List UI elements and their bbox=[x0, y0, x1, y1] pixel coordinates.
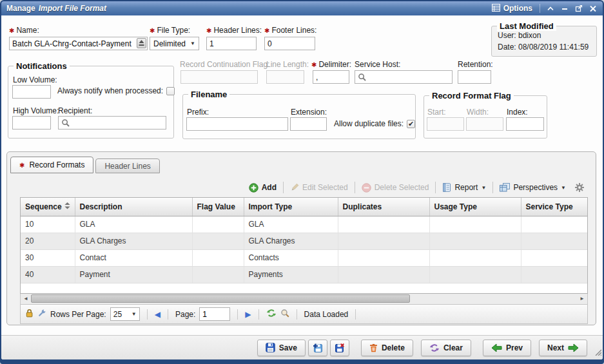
tab-record-formats[interactable]: ✱Record Formats bbox=[10, 157, 93, 173]
lock-icon[interactable] bbox=[25, 309, 34, 320]
column-header-usage-type[interactable]: Usage Type bbox=[429, 198, 521, 216]
table-row[interactable]: 20GLA ChargesGLA Charges bbox=[21, 233, 587, 249]
record-format-flag-legend: Record Format Flag bbox=[429, 91, 514, 101]
retention-label: Retention: bbox=[458, 60, 493, 69]
low-volume-label: Low Volume: bbox=[13, 75, 57, 84]
allow-duplicates-checkbox[interactable]: ✔ bbox=[407, 120, 415, 128]
grid-header-row: Sequence Description Flag Value Import T… bbox=[21, 198, 587, 216]
dropdown-arrow-icon: ▼ bbox=[481, 185, 486, 191]
options-button[interactable]: Options bbox=[489, 3, 535, 14]
always-notify-label: Always notify when processed: bbox=[57, 86, 163, 95]
column-header-duplicates[interactable]: Duplicates bbox=[338, 198, 429, 216]
tab-header-lines[interactable]: Header Lines bbox=[95, 158, 159, 173]
prefix-label: Prefix: bbox=[187, 108, 209, 117]
wrench-icon[interactable] bbox=[37, 309, 46, 320]
last-modified-fieldset: Last Modified User: bdixon Date: 08/08/2… bbox=[491, 26, 597, 57]
header-lines-label: ✱Header Lines: bbox=[206, 26, 262, 35]
file-type-select[interactable]: Delimited▼ bbox=[150, 37, 199, 50]
prefix-input[interactable] bbox=[186, 117, 288, 131]
delete-button[interactable]: Delete bbox=[361, 340, 413, 356]
delimiter-label: ✱Delimiter: bbox=[311, 60, 351, 69]
scroll-right-icon[interactable]: ► bbox=[578, 294, 587, 303]
collapse-icon[interactable] bbox=[545, 3, 556, 14]
last-modified-legend: Last Modified bbox=[497, 21, 556, 31]
options-list-icon bbox=[492, 4, 500, 14]
service-host-input[interactable] bbox=[355, 70, 453, 84]
last-modified-date: Date: 08/08/2019 11:41:59 bbox=[498, 43, 589, 52]
record-format-flag-fieldset: Record Format Flag Start: Width: Index: bbox=[424, 95, 547, 139]
tab-strip: ✱Record Formats Header Lines bbox=[10, 157, 160, 173]
maximize-icon[interactable] bbox=[573, 3, 585, 14]
always-notify-row: Always notify when processed: bbox=[57, 86, 175, 95]
column-header-sequence[interactable]: Sequence bbox=[21, 198, 75, 216]
edit-selected-button[interactable]: Edit Selected bbox=[290, 183, 348, 192]
line-length-input bbox=[266, 70, 304, 84]
dropdown-arrow-icon: ▼ bbox=[190, 41, 195, 46]
search-icon[interactable] bbox=[280, 309, 289, 320]
search-icon bbox=[61, 119, 70, 127]
report-icon bbox=[442, 183, 451, 192]
footer-lines-input[interactable] bbox=[264, 37, 315, 50]
close-icon[interactable] bbox=[587, 3, 599, 14]
name-input[interactable] bbox=[9, 37, 148, 50]
next-page-icon[interactable]: ▶ bbox=[245, 311, 251, 318]
perspectives-button[interactable]: Perspectives ▼ bbox=[500, 183, 566, 192]
column-header-import-type[interactable]: Import Type bbox=[244, 198, 338, 216]
table-row[interactable]: 30ContactContacts bbox=[21, 249, 587, 266]
table-row[interactable]: 40PaymentPayments bbox=[21, 266, 587, 283]
always-notify-checkbox[interactable] bbox=[166, 87, 175, 95]
pencil-icon bbox=[290, 183, 299, 192]
extension-label: Extension: bbox=[291, 108, 327, 117]
name-field-wrap bbox=[9, 37, 148, 50]
prev-button[interactable]: Prev bbox=[483, 340, 531, 356]
save-icon bbox=[266, 343, 275, 352]
column-header-description[interactable]: Description bbox=[75, 198, 192, 216]
minimize-icon[interactable] bbox=[559, 3, 570, 14]
grid-settings-button[interactable] bbox=[575, 183, 584, 192]
save-and-add-button[interactable] bbox=[308, 340, 327, 356]
scrollbar-thumb[interactable] bbox=[31, 294, 410, 303]
title-bar: ManageImport File Format Options bbox=[1, 1, 603, 15]
high-volume-input[interactable] bbox=[12, 116, 51, 129]
save-add-icon bbox=[313, 343, 322, 352]
rows-per-page-label: Rows Per Page: bbox=[50, 310, 106, 319]
prev-arrow-icon bbox=[491, 343, 502, 352]
header-lines-input[interactable] bbox=[206, 37, 257, 50]
add-icon bbox=[249, 183, 258, 193]
grid-toolbar: Add Edit Selected Delete Selected Report… bbox=[20, 179, 588, 196]
page-number-input[interactable] bbox=[199, 307, 230, 321]
record-formats-panel: ✱Record Formats Header Lines Add Edit Se… bbox=[6, 151, 596, 325]
column-header-service-type[interactable]: Service Type bbox=[521, 198, 587, 216]
index-input[interactable] bbox=[506, 117, 544, 131]
scroll-left-icon[interactable]: ◄ bbox=[21, 294, 30, 303]
delimiter-input[interactable] bbox=[313, 70, 349, 84]
table-row[interactable]: 10GLAGLA bbox=[21, 216, 587, 233]
save-and-close-button[interactable] bbox=[330, 340, 349, 356]
name-expand-trigger-icon[interactable] bbox=[137, 38, 146, 48]
recipient-field-wrap bbox=[58, 116, 166, 129]
clear-button[interactable]: Clear bbox=[421, 340, 471, 356]
previous-page-icon[interactable]: ◀ bbox=[155, 311, 161, 318]
report-button[interactable]: Report ▼ bbox=[442, 183, 486, 192]
width-input bbox=[466, 117, 503, 131]
dialog-body: ✱Name: ✱File Type: Delimited▼ ✱Header Li… bbox=[1, 15, 603, 359]
column-header-flag-value[interactable]: Flag Value bbox=[192, 198, 244, 216]
extension-input[interactable] bbox=[290, 117, 327, 131]
next-button[interactable]: Next bbox=[539, 340, 587, 356]
refresh-icon[interactable] bbox=[266, 309, 277, 320]
service-host-label: Service Host: bbox=[355, 60, 400, 69]
clear-icon bbox=[429, 343, 440, 352]
add-button[interactable]: Add bbox=[249, 183, 277, 193]
save-button[interactable]: Save bbox=[257, 340, 306, 356]
recipient-input[interactable] bbox=[58, 116, 166, 129]
rows-per-page-select[interactable]: 25▼ bbox=[110, 307, 140, 321]
horizontal-scrollbar[interactable]: ◄ ► bbox=[20, 294, 588, 305]
resize-handle[interactable] bbox=[594, 347, 601, 358]
low-volume-input[interactable] bbox=[12, 85, 51, 99]
retention-input[interactable] bbox=[458, 70, 491, 84]
index-label: Index: bbox=[507, 108, 528, 117]
width-label: Width: bbox=[467, 108, 489, 117]
pager-bar: Rows Per Page: 25▼ ◀ Page: ▶ Data Loaded bbox=[20, 305, 588, 324]
record-formats-grid: Sequence Description Flag Value Import T… bbox=[20, 197, 588, 294]
delete-selected-button[interactable]: Delete Selected bbox=[362, 183, 429, 193]
